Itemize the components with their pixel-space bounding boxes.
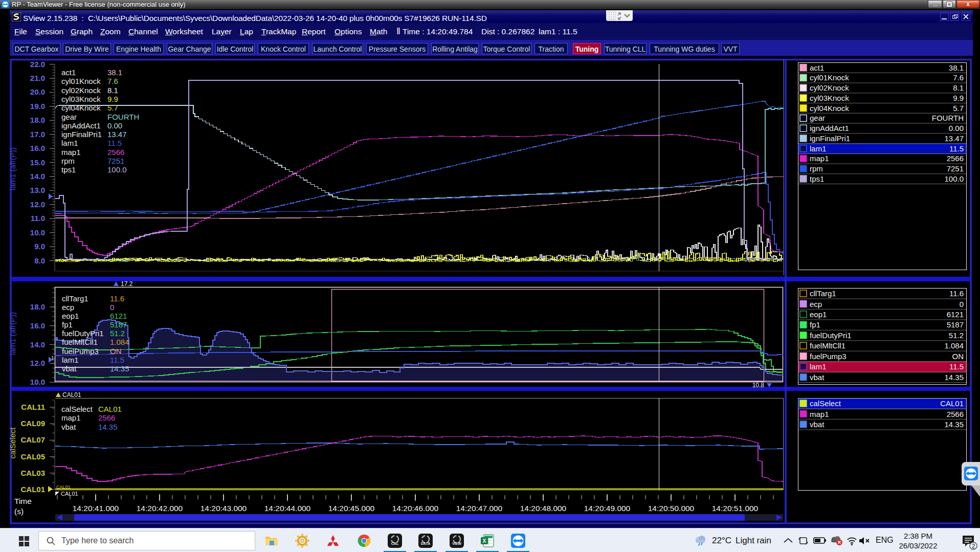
svg-text:2566: 2566 (98, 413, 115, 422)
svg-text:cyl04Knock: cyl04Knock (810, 104, 849, 113)
svg-text:7251: 7251 (107, 157, 124, 165)
svg-text:lam1: lam1 (61, 139, 78, 147)
svg-text:8.1: 8.1 (953, 83, 964, 92)
svg-text:tps1: tps1 (61, 165, 76, 174)
svg-text:51.2: 51.2 (949, 331, 964, 340)
svg-text:CAL01: CAL01 (98, 405, 122, 413)
svg-text:ON: ON (110, 347, 122, 356)
svg-text:fuelDutyPri1: fuelDutyPri1 (810, 331, 852, 340)
svg-text:0: 0 (960, 300, 964, 308)
svg-text:gear: gear (810, 114, 825, 122)
svg-text:14:20:41.000: 14:20:41.000 (73, 504, 119, 513)
svg-text:FOURTH: FOURTH (107, 113, 139, 121)
svg-text:fuelPump3: fuelPump3 (62, 347, 99, 356)
svg-text:fp1: fp1 (810, 320, 820, 329)
svg-text:rpm: rpm (61, 157, 75, 165)
svg-text:17.0: 17.0 (30, 130, 45, 139)
svg-text:vbat: vbat (62, 364, 77, 373)
svg-text:8.1: 8.1 (107, 86, 118, 95)
svg-text:act1: act1 (61, 68, 76, 77)
svg-text:map1: map1 (61, 413, 81, 422)
svg-text:cyl04Knock: cyl04Knock (61, 103, 101, 112)
svg-text:CAL01: CAL01 (940, 399, 964, 408)
svg-text:cllTarg1: cllTarg1 (62, 294, 88, 303)
svg-text:lam1: lam1 (810, 144, 827, 153)
svg-text:X: X (482, 538, 486, 544)
svg-text:lam1: lam1 (810, 362, 827, 371)
svg-text:100.0: 100.0 (944, 174, 964, 183)
svg-text:act1: act1 (810, 63, 824, 72)
svg-text:0.00: 0.00 (949, 124, 964, 133)
svg-text:14.35: 14.35 (98, 423, 118, 431)
svg-text:CAL: CAL (391, 542, 399, 545)
svg-text:ON: ON (952, 352, 964, 361)
svg-text:ecp: ecp (62, 303, 74, 312)
svg-text:fuelPump3: fuelPump3 (810, 352, 847, 361)
svg-text:12.0: 12.0 (30, 359, 45, 367)
svg-text:DATA: DATA (421, 542, 430, 545)
svg-text:ignFinalPri1: ignFinalPri1 (61, 130, 102, 139)
svg-text:lam1: lam1 (62, 356, 79, 364)
svg-text:11.5: 11.5 (110, 356, 124, 364)
svg-text:18.0: 18.0 (30, 302, 45, 311)
svg-text:(s): (s) (14, 507, 24, 516)
svg-text:map1: map1 (61, 148, 81, 157)
svg-text:13.0: 13.0 (30, 186, 45, 194)
svg-text:1.084: 1.084 (110, 338, 129, 346)
svg-text:14.0: 14.0 (30, 340, 45, 349)
svg-text:eop1: eop1 (810, 310, 827, 319)
svg-text:14.35: 14.35 (944, 420, 964, 429)
svg-text:CAL01: CAL01 (61, 491, 78, 497)
svg-text:11.5: 11.5 (949, 144, 964, 153)
svg-text:51.2: 51.2 (110, 329, 125, 338)
svg-text:2: 2 (972, 543, 975, 550)
svg-text:CAL01: CAL01 (20, 485, 45, 494)
svg-text:0: 0 (110, 303, 114, 312)
svg-text:cyl02Knock: cyl02Knock (61, 86, 101, 95)
svg-text:38.1: 38.1 (107, 68, 122, 77)
svg-text:16.0: 16.0 (30, 321, 45, 330)
svg-text:11.6: 11.6 (110, 294, 124, 303)
svg-text:map1: map1 (810, 154, 829, 163)
svg-text:12.0: 12.0 (30, 200, 45, 209)
svg-text:Time: Time (14, 497, 32, 505)
svg-text:15.0: 15.0 (30, 158, 45, 167)
svg-text:calSelect: calSelect (8, 427, 17, 459)
svg-text:CAL03: CAL03 (20, 469, 45, 477)
svg-text:CAL09: CAL09 (20, 419, 45, 428)
svg-text:fuelDutyPri1: fuelDutyPri1 (62, 329, 104, 338)
svg-text:100.0: 100.0 (107, 165, 127, 174)
svg-text:cllTarg1: cllTarg1 (810, 289, 836, 298)
svg-text:2566: 2566 (947, 154, 964, 163)
svg-text:fuelMltCll1: fuelMltCll1 (810, 341, 845, 350)
svg-text:14:20:50.000: 14:20:50.000 (648, 504, 695, 513)
svg-text:cyl03Knock: cyl03Knock (810, 94, 849, 102)
svg-text:14:20:48.000: 14:20:48.000 (520, 504, 567, 513)
svg-text:ignAddAct1: ignAddAct1 (810, 124, 849, 133)
svg-text:10.8: 10.8 (752, 382, 765, 389)
svg-text:7.6: 7.6 (107, 77, 118, 85)
svg-text:0.00: 0.00 (107, 121, 122, 130)
svg-text:7.6: 7.6 (953, 73, 964, 82)
svg-text:14:20:51.000: 14:20:51.000 (712, 504, 759, 513)
svg-text:vbat: vbat (810, 373, 825, 382)
svg-text:VIEW: VIEW (452, 542, 461, 545)
svg-text:calSelect: calSelect (61, 405, 93, 413)
svg-text:14:20:46.000: 14:20:46.000 (392, 504, 439, 513)
svg-text:5.7: 5.7 (107, 103, 118, 112)
svg-text:cyl01Knock: cyl01Knock (810, 73, 849, 82)
svg-text:CAL01: CAL01 (56, 484, 71, 490)
svg-text:11.0: 11.0 (31, 214, 45, 223)
svg-text:18.0: 18.0 (30, 116, 45, 124)
svg-text:9.9: 9.9 (953, 94, 964, 102)
svg-text:6121: 6121 (947, 310, 964, 319)
svg-text:cyl01Knock: cyl01Knock (61, 77, 101, 85)
svg-text:14:20:43.000: 14:20:43.000 (201, 504, 247, 513)
svg-text:CAL11: CAL11 (21, 403, 45, 411)
svg-text:20.0: 20.0 (30, 87, 45, 96)
svg-text:11.5: 11.5 (107, 139, 122, 147)
svg-text:14:20:47.000: 14:20:47.000 (456, 504, 503, 513)
svg-text:vbat: vbat (61, 423, 76, 431)
svg-text:ecp: ecp (810, 300, 822, 308)
svg-text:38.1: 38.1 (949, 63, 964, 72)
